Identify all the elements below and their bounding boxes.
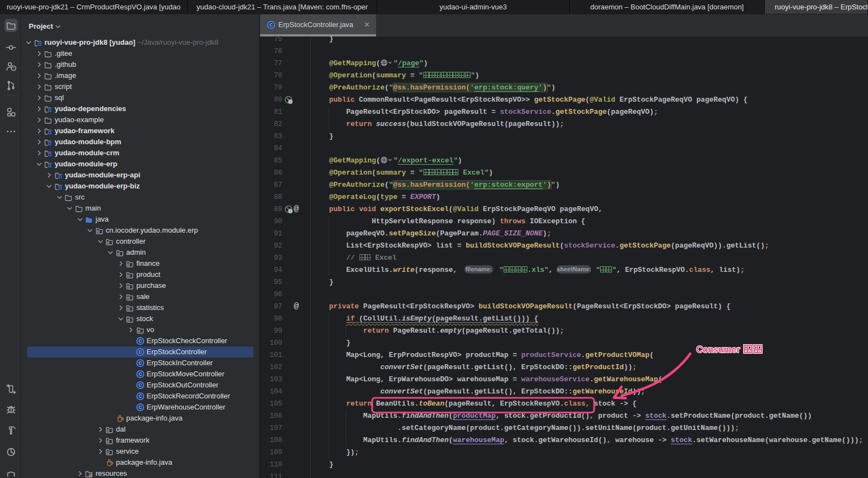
svg-text:C: C — [138, 338, 141, 344]
svg-text:C: C — [269, 22, 273, 28]
svg-text:C: C — [138, 360, 141, 366]
svg-text:C: C — [138, 382, 141, 388]
svg-text:C: C — [138, 371, 141, 377]
svg-text:C: C — [138, 405, 141, 410]
svg-text:?: ? — [13, 66, 15, 70]
svg-text:C: C — [138, 349, 141, 355]
svg-text:C: C — [138, 393, 141, 399]
